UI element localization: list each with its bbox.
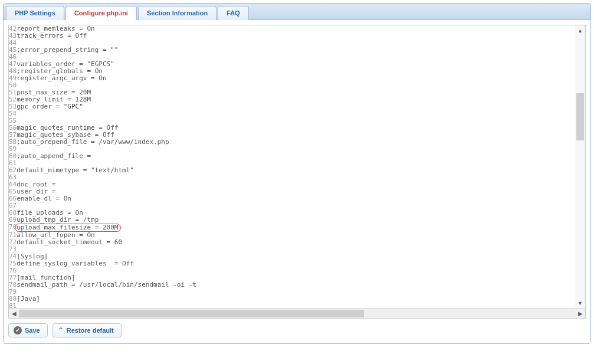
scroll-down-icon[interactable]: ▼: [575, 298, 585, 308]
code-line[interactable]: register_argc_argv = On: [17, 75, 585, 82]
code-line[interactable]: ;auto_append_file =: [17, 153, 585, 160]
code-line[interactable]: ;auto_prepend_file = /var/www/index.php: [17, 139, 585, 146]
code-table: 42report_memleaks = On43track_errors = O…: [9, 25, 585, 308]
horizontal-scrollbar[interactable]: ◀ ▶: [9, 308, 585, 318]
code-line[interactable]: [17, 267, 585, 274]
highlighted-setting: upload_max_filesize = 200M: [15, 224, 121, 232]
button-bar: ✓ Save ⌃ Restore default: [8, 319, 586, 339]
code-line[interactable]: gpc_order = "GPC": [17, 103, 585, 110]
line-number: 81: [9, 303, 17, 308]
save-button[interactable]: ✓ Save: [8, 323, 48, 337]
code-line[interactable]: default_mimetype = "text/html": [17, 167, 585, 174]
code-line[interactable]: report_memleaks = On: [17, 25, 585, 32]
scroll-right-icon[interactable]: ▶: [575, 309, 585, 319]
code-editor[interactable]: 42report_memleaks = On43track_errors = O…: [8, 25, 586, 319]
code-line[interactable]: [17, 246, 585, 253]
scroll-thumb-horizontal[interactable]: [19, 310, 364, 317]
tab-content: 42report_memleaks = On43track_errors = O…: [4, 20, 590, 343]
code-line[interactable]: define_syslog_variables = Off: [17, 260, 585, 267]
code-line[interactable]: enable_dl = On: [17, 195, 585, 202]
tab-bar: PHP SettingsConfigure php.iniSection Inf…: [4, 4, 590, 20]
editor-scroll[interactable]: 42report_memleaks = On43track_errors = O…: [9, 25, 585, 308]
code-line[interactable]: user_dir =: [17, 188, 585, 195]
code-line[interactable]: [17, 288, 585, 296]
code-line[interactable]: [Java]: [17, 296, 585, 303]
code-line[interactable]: sendmail_path = /usr/local/bin/sendmail …: [17, 281, 585, 288]
code-line[interactable]: file_uploads = On: [17, 209, 585, 217]
restore-default-button[interactable]: ⌃ Restore default: [52, 323, 122, 337]
scroll-left-icon[interactable]: ◀: [9, 309, 19, 319]
code-line[interactable]: [17, 146, 585, 153]
code-line[interactable]: memory_limit = 128M: [17, 96, 585, 103]
code-line[interactable]: [17, 303, 585, 308]
tab-section-information[interactable]: Section Information: [138, 6, 216, 20]
restore-icon: ⌃: [58, 327, 64, 334]
settings-panel: PHP SettingsConfigure php.iniSection Inf…: [3, 3, 591, 344]
code-line[interactable]: default_socket_timeout = 60: [17, 239, 585, 246]
code-line[interactable]: post_max_size = 20M: [17, 89, 585, 96]
code-line[interactable]: [17, 82, 585, 89]
code-line[interactable]: ;error_prepend_string = "": [17, 47, 585, 54]
vertical-scrollbar[interactable]: ▲ ▼: [575, 25, 585, 308]
scroll-thumb-vertical[interactable]: [576, 93, 584, 140]
save-button-label: Save: [25, 327, 40, 334]
tab-php-settings[interactable]: PHP Settings: [6, 6, 64, 20]
code-line[interactable]: [17, 110, 585, 117]
code-line[interactable]: [17, 174, 585, 181]
code-line[interactable]: doc_root =: [17, 181, 585, 188]
check-icon: ✓: [14, 326, 22, 335]
restore-button-label: Restore default: [67, 327, 114, 334]
tab-faq[interactable]: FAQ: [218, 6, 249, 20]
code-line[interactable]: upload_tmp_dir = /tmp: [17, 217, 585, 224]
tab-configure-php-ini[interactable]: Configure php.ini: [65, 6, 137, 20]
code-line[interactable]: [17, 202, 585, 209]
scroll-up-icon[interactable]: ▲: [575, 25, 585, 35]
code-line[interactable]: track_errors = Off: [17, 32, 585, 40]
code-line[interactable]: upload_max_filesize = 200M: [17, 224, 585, 232]
